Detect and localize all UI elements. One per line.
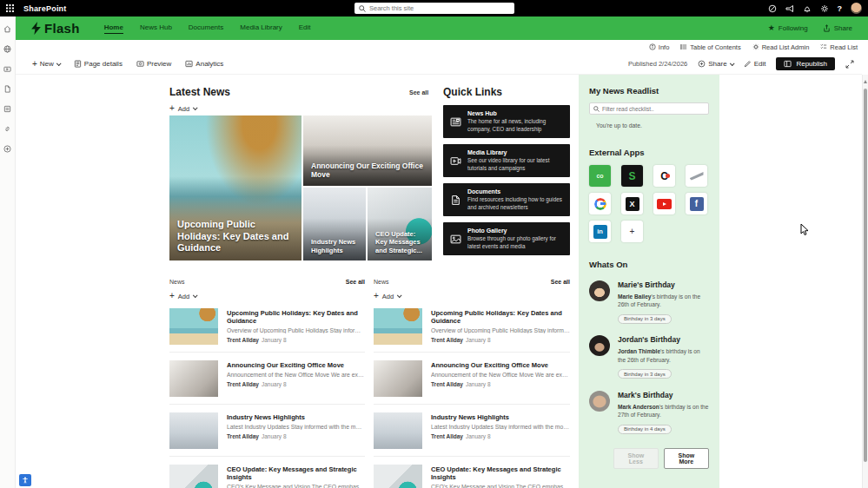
preview-button[interactable]: Preview	[136, 60, 171, 68]
tab-media-library[interactable]: Media Library	[240, 23, 282, 33]
add-circle-icon[interactable]	[3, 145, 11, 153]
news-title[interactable]: Announcing Our Exciting Office Move	[431, 361, 570, 369]
hero-tile-office-move[interactable]: Announcing Our Exciting Office Move	[303, 115, 432, 186]
birthday-event[interactable]: Marie's Birthday Marie Bailey's birthday…	[589, 280, 709, 324]
new-button[interactable]: + New	[32, 60, 60, 69]
news-add-button[interactable]: + Add	[169, 292, 365, 300]
document-icon[interactable]	[3, 85, 11, 93]
news-see-all-link[interactable]: See all	[346, 279, 365, 285]
sharepoint-logo-text[interactable]: SharePoint	[23, 4, 67, 13]
news-title[interactable]: Upcoming Public Holidays: Key Dates and …	[227, 309, 365, 325]
video-icon[interactable]	[3, 65, 11, 73]
quick-link-news-hub[interactable]: News Hub The home for all news, includin…	[443, 105, 570, 138]
news-title[interactable]: CEO Update: Key Messages and Strategic I…	[431, 465, 570, 481]
swoosh-app-icon[interactable]	[686, 165, 707, 187]
page-details-button[interactable]: Page details	[74, 60, 123, 68]
accessibility-widget-button[interactable]	[19, 474, 31, 486]
expand-icon[interactable]	[845, 60, 854, 69]
home-icon[interactable]	[3, 25, 11, 33]
bell-icon[interactable]	[803, 4, 812, 13]
tab-documents[interactable]: Documents	[189, 23, 223, 33]
show-more-button[interactable]: Show More	[664, 448, 709, 469]
external-apps-heading: External Apps	[589, 148, 709, 157]
facebook-glyph: f	[690, 197, 704, 211]
news-list-item[interactable]: Industry News Highlights Latest Industry…	[374, 405, 570, 457]
share-page-button[interactable]: Share	[698, 60, 732, 68]
read-list-admin-button[interactable]: Read List Admin	[752, 43, 810, 51]
news-list-item[interactable]: Announcing Our Exciting Office Move Anno…	[374, 353, 570, 405]
news-list-item[interactable]: Industry News Highlights Latest Industry…	[169, 405, 365, 457]
latest-news-see-all-link[interactable]: See all	[409, 89, 428, 96]
add-app-button[interactable]: +	[621, 221, 643, 242]
search-input[interactable]	[369, 4, 510, 12]
news-title[interactable]: CEO Update: Key Messages and Strategic I…	[227, 465, 365, 481]
tab-home[interactable]: Home	[104, 23, 123, 34]
readlist-filter-input[interactable]	[602, 106, 705, 112]
quick-link-documents[interactable]: Documents Find resources including how t…	[443, 183, 570, 216]
news-list-item[interactable]: CEO Update: Key Messages and Strategic I…	[374, 457, 570, 488]
hero-tile-industry-news[interactable]: Industry News Highlights	[303, 188, 366, 260]
birthday-event[interactable]: Mark's Birthday Mark Anderson's birthday…	[589, 391, 709, 434]
show-less-button[interactable]: Show Less	[613, 448, 659, 469]
news-see-all-link[interactable]: See all	[551, 279, 570, 285]
x-app-icon[interactable]: X	[621, 193, 643, 214]
readlist-filter-box[interactable]	[589, 102, 709, 115]
info-button[interactable]: Info	[649, 43, 670, 51]
youtube-app-icon[interactable]	[653, 193, 675, 214]
youtube-play-icon	[657, 199, 672, 209]
facebook-app-icon[interactable]: f	[686, 193, 707, 214]
following-button[interactable]: ★ Following	[768, 24, 808, 32]
scrollbar-up-arrow[interactable]	[864, 80, 867, 83]
list-icon[interactable]	[3, 105, 11, 113]
share-site-button[interactable]: Share	[823, 24, 852, 32]
news-title[interactable]: Industry News Highlights	[431, 413, 570, 421]
swoosh-shape	[690, 171, 704, 181]
add-label: Add	[382, 293, 394, 300]
birthday-event[interactable]: Jordan's Birthday Jordan Thimble's birth…	[589, 335, 709, 379]
inking-off-icon[interactable]	[768, 4, 777, 13]
linkedin-app-icon[interactable]: in	[589, 221, 611, 242]
globe-icon[interactable]	[3, 45, 11, 53]
news-title[interactable]: Upcoming Public Holidays: Key Dates and …	[431, 309, 570, 325]
spotify-app-icon[interactable]: S	[621, 165, 643, 187]
news-column-header: News See all	[374, 279, 570, 285]
hero-tile-ceo-update[interactable]: CEO Update: Key Messages and Strategic..…	[368, 188, 432, 260]
red-dot	[666, 174, 670, 178]
quick-link-description: The home for all news, including company…	[467, 118, 563, 132]
site-title: Flash	[44, 21, 80, 36]
info-label: Info	[659, 43, 670, 51]
quick-link-media-library[interactable]: Media Library See our video library for …	[443, 144, 570, 177]
latest-news-add-button[interactable]: + Add	[169, 104, 196, 113]
c-logo-app-icon[interactable]: C	[653, 165, 675, 187]
site-logo[interactable]: Flash	[30, 21, 80, 36]
company-app-icon[interactable]: co	[589, 165, 611, 187]
news-list-item[interactable]: Upcoming Public Holidays: Key Dates and …	[169, 300, 365, 353]
news-list-item[interactable]: Announcing Our Exciting Office Move Anno…	[169, 353, 365, 405]
republish-label: Republish	[796, 60, 827, 68]
tab-news-hub[interactable]: News Hub	[140, 23, 172, 33]
help-icon[interactable]: ?	[838, 4, 843, 13]
waffle-icon[interactable]	[6, 4, 14, 12]
google-app-icon[interactable]	[589, 193, 611, 214]
link-icon[interactable]	[3, 125, 11, 133]
left-app-rail	[0, 16, 16, 488]
news-list-item[interactable]: Upcoming Public Holidays: Key Dates and …	[374, 300, 570, 353]
news-title[interactable]: Industry News Highlights	[227, 413, 365, 421]
table-of-contents-button[interactable]: Table of Contents	[680, 43, 740, 51]
quick-link-photo-gallery[interactable]: Photo Gallery Browse through our photo g…	[443, 222, 570, 255]
site-search-box[interactable]	[354, 3, 514, 14]
news-list-item[interactable]: CEO Update: Key Messages and Strategic I…	[169, 457, 365, 488]
republish-button[interactable]: Republish	[776, 57, 835, 70]
read-list-button[interactable]: Read List	[820, 43, 858, 51]
news-title[interactable]: Announcing Our Exciting Office Move	[227, 361, 365, 369]
edit-page-button[interactable]: Edit	[744, 60, 766, 68]
account-avatar[interactable]	[851, 3, 862, 14]
feedback-megaphone-icon[interactable]	[785, 4, 794, 13]
page-scrollbar[interactable]	[862, 75, 868, 488]
hero-tile-public-holidays[interactable]: Upcoming Public Holidays: Key Dates and …	[169, 115, 301, 260]
settings-gear-icon[interactable]	[820, 4, 829, 13]
scrollbar-thumb[interactable]	[864, 89, 867, 462]
tab-edit[interactable]: Edit	[299, 23, 311, 33]
analytics-button[interactable]: Analytics	[185, 60, 223, 68]
news-add-button[interactable]: + Add	[374, 292, 570, 300]
